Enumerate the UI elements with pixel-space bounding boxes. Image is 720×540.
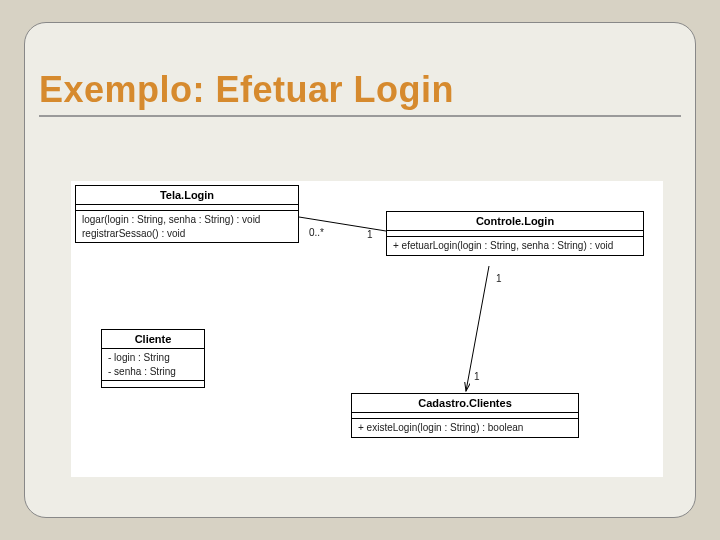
multiplicity-label: 1 [496,273,502,284]
attribute: - login : String [108,351,198,365]
class-operations: + existeLogin(login : String) : boolean [352,419,578,437]
class-operations: logar(login : String, senha : String) : … [76,211,298,242]
class-tela-login: Tela.Login logar(login : String, senha :… [75,185,299,243]
class-name: Tela.Login [76,186,298,205]
operation: + efetuarLogin(login : String, senha : S… [393,239,637,253]
class-name: Cliente [102,330,204,349]
page-title: Exemplo: Efetuar Login [39,69,454,111]
operation: logar(login : String, senha : String) : … [82,213,292,227]
multiplicity-label: 1 [474,371,480,382]
class-cliente: Cliente - login : String - senha : Strin… [101,329,205,388]
attribute: - senha : String [108,365,198,379]
class-controle-login: Controle.Login + efetuarLogin(login : St… [386,211,644,256]
uml-diagram: Tela.Login logar(login : String, senha :… [71,181,663,477]
class-cadastro-clientes: Cadastro.Clientes + existeLogin(login : … [351,393,579,438]
class-attributes: - login : String - senha : String [102,349,204,381]
operation: + existeLogin(login : String) : boolean [358,421,572,435]
class-operations [102,381,204,387]
title-underline [39,115,681,117]
multiplicity-label: 0..* [309,227,324,238]
class-operations: + efetuarLogin(login : String, senha : S… [387,237,643,255]
slide-frame: Exemplo: Efetuar Login Tela.Login logar(… [24,22,696,518]
class-name: Cadastro.Clientes [352,394,578,413]
class-name: Controle.Login [387,212,643,231]
operation: registrarSessao() : void [82,227,292,241]
multiplicity-label: 1 [367,229,373,240]
